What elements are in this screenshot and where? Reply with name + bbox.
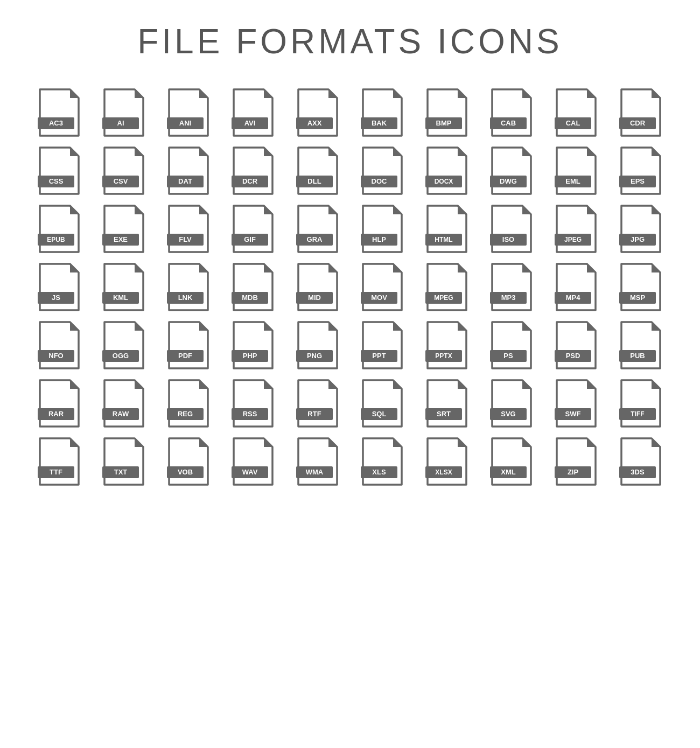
svg-text:CAB: CAB — [501, 119, 516, 127]
file-icon-mid[interactable]: MID — [288, 263, 347, 311]
svg-text:MP4: MP4 — [566, 293, 581, 302]
file-icon-cal[interactable]: CAL — [547, 88, 606, 137]
file-icon-axx[interactable]: AXX — [288, 88, 347, 137]
file-icon-ttf[interactable]: TTF — [30, 437, 89, 486]
svg-text:HLP: HLP — [372, 235, 386, 243]
file-icon-xls[interactable]: XLS — [353, 437, 412, 486]
svg-text:ANI: ANI — [179, 119, 191, 127]
file-icon-docx[interactable]: DOCX — [417, 146, 477, 195]
svg-text:MOV: MOV — [371, 293, 387, 302]
file-icon-pptx[interactable]: PPTX — [417, 321, 477, 369]
file-icon-hlp[interactable]: HLP — [353, 205, 412, 253]
file-icon-sql[interactable]: SQL — [353, 379, 412, 428]
file-icon-dcr[interactable]: DCR — [223, 146, 283, 195]
file-icon-nfo[interactable]: NFO — [30, 321, 89, 369]
file-icon-jpeg[interactable]: JPEG — [547, 205, 606, 253]
file-icon-swf[interactable]: SWF — [547, 379, 606, 428]
svg-text:VOB: VOB — [178, 468, 193, 476]
file-icon-gra[interactable]: GRA — [288, 205, 347, 253]
svg-text:RAR: RAR — [48, 410, 64, 418]
file-icon-cdr[interactable]: CDR — [611, 88, 670, 137]
file-icon-flv[interactable]: FLV — [159, 205, 218, 253]
file-icon-rss[interactable]: RSS — [223, 379, 283, 428]
svg-text:PHP: PHP — [243, 352, 257, 360]
file-icon-zip[interactable]: ZIP — [547, 437, 606, 486]
file-icon-mp3[interactable]: MP3 — [482, 263, 541, 311]
file-icon-wav[interactable]: WAV — [223, 437, 283, 486]
file-icon-mp4[interactable]: MP4 — [547, 263, 606, 311]
svg-text:CAL: CAL — [566, 119, 580, 127]
file-icon-eps[interactable]: EPS — [611, 146, 670, 195]
file-icon-txt[interactable]: TXT — [94, 437, 153, 486]
svg-text:TIFF: TIFF — [631, 410, 644, 418]
file-icon-dll[interactable]: DLL — [288, 146, 347, 195]
file-icon-tiff[interactable]: TIFF — [611, 379, 670, 428]
file-icon-xml[interactable]: XML — [482, 437, 541, 486]
file-icon-eml[interactable]: EML — [547, 146, 606, 195]
file-icon-iso[interactable]: ISO — [482, 205, 541, 253]
file-icon-mpeg[interactable]: MPEG — [417, 263, 477, 311]
svg-text:SRT: SRT — [437, 410, 451, 418]
file-icon-dwg[interactable]: DWG — [482, 146, 541, 195]
file-icon-wma[interactable]: WMA — [288, 437, 347, 486]
svg-text:MSP: MSP — [630, 293, 646, 302]
file-icon-3ds[interactable]: 3DS — [611, 437, 670, 486]
svg-text:ZIP: ZIP — [568, 468, 579, 476]
svg-text:SVG: SVG — [501, 410, 515, 418]
file-icon-raw[interactable]: RAW — [94, 379, 153, 428]
file-icon-csv[interactable]: CSV — [94, 146, 153, 195]
file-icon-lnk[interactable]: LNK — [159, 263, 218, 311]
file-icon-ani[interactable]: ANI — [159, 88, 218, 137]
file-icon-mdb[interactable]: MDB — [223, 263, 283, 311]
file-icon-css[interactable]: CSS — [30, 146, 89, 195]
svg-text:DOCX: DOCX — [435, 178, 453, 185]
file-icon-bak[interactable]: BAK — [353, 88, 412, 137]
svg-text:JPEG: JPEG — [564, 236, 582, 243]
file-icon-rar[interactable]: RAR — [30, 379, 89, 428]
svg-text:EPS: EPS — [631, 177, 645, 185]
file-icon-html[interactable]: HTML — [417, 205, 477, 253]
file-icon-ac3[interactable]: AC3 — [30, 88, 89, 137]
svg-text:BMP: BMP — [436, 119, 452, 127]
svg-text:MP3: MP3 — [501, 293, 516, 302]
file-icon-pdf[interactable]: PDF — [159, 321, 218, 369]
svg-text:XLS: XLS — [372, 468, 386, 476]
file-icon-vob[interactable]: VOB — [159, 437, 218, 486]
file-icon-svg[interactable]: SVG — [482, 379, 541, 428]
file-icon-msp[interactable]: MSP — [611, 263, 670, 311]
svg-text:KML: KML — [113, 293, 128, 302]
file-icon-doc[interactable]: DOC — [353, 146, 412, 195]
file-icon-kml[interactable]: KML — [94, 263, 153, 311]
svg-text:MID: MID — [308, 293, 321, 302]
file-icon-xlsx[interactable]: XLSX — [417, 437, 477, 486]
svg-text:WAV: WAV — [242, 468, 258, 476]
file-icon-avi[interactable]: AVI — [223, 88, 283, 137]
file-icon-psd[interactable]: PSD — [547, 321, 606, 369]
file-icon-js[interactable]: JS — [30, 263, 89, 311]
file-icon-png[interactable]: PNG — [288, 321, 347, 369]
file-icon-pub[interactable]: PUB — [611, 321, 670, 369]
file-icon-epub[interactable]: EPUB — [30, 205, 89, 253]
file-icon-php[interactable]: PHP — [223, 321, 283, 369]
svg-text:DLL: DLL — [307, 177, 321, 185]
file-icon-rtf[interactable]: RTF — [288, 379, 347, 428]
file-icon-ps[interactable]: PS — [482, 321, 541, 369]
file-icon-exe[interactable]: EXE — [94, 205, 153, 253]
file-icon-dat[interactable]: DAT — [159, 146, 218, 195]
svg-text:CSS: CSS — [49, 177, 64, 185]
file-icon-bmp[interactable]: BMP — [417, 88, 477, 137]
file-icon-jpg[interactable]: JPG — [611, 205, 670, 253]
svg-text:AXX: AXX — [307, 119, 322, 127]
file-icon-reg[interactable]: REG — [159, 379, 218, 428]
file-icon-ppt[interactable]: PPT — [353, 321, 412, 369]
svg-text:EXE: EXE — [114, 235, 128, 243]
file-icon-gif[interactable]: GIF — [223, 205, 283, 253]
file-icon-ogg[interactable]: OGG — [94, 321, 153, 369]
file-icon-cab[interactable]: CAB — [482, 88, 541, 137]
file-icon-ai[interactable]: AI — [94, 88, 153, 137]
icons-grid: AC3AIANIAVIAXXBAKBMPCABCALCDRCSSCSVDATDC… — [30, 88, 670, 486]
file-icon-srt[interactable]: SRT — [417, 379, 477, 428]
file-icon-mov[interactable]: MOV — [353, 263, 412, 311]
svg-text:MDB: MDB — [242, 293, 258, 302]
svg-text:RTF: RTF — [307, 410, 321, 418]
